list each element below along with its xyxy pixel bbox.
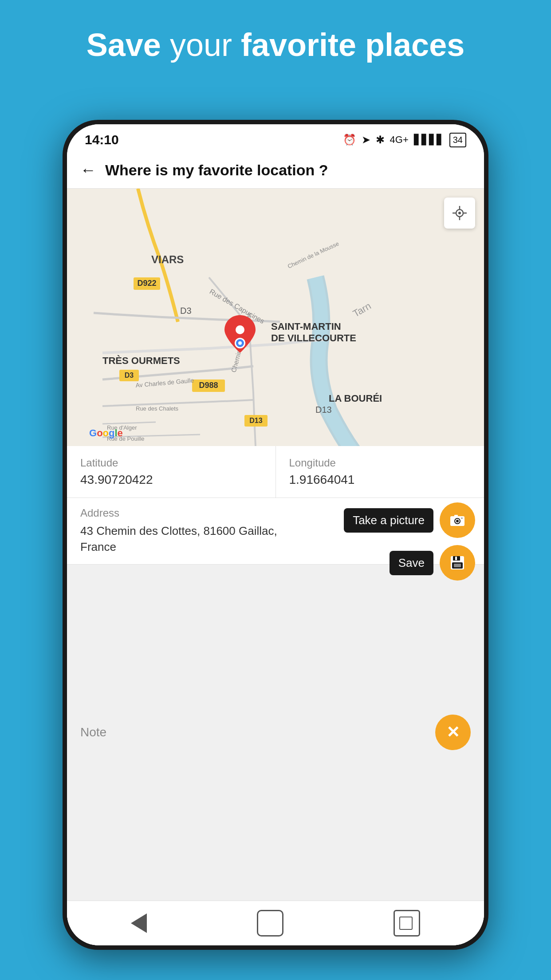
headline-bold-2: favorite places: [241, 27, 464, 63]
save-row: Save: [390, 545, 475, 581]
latitude-label: Latitude: [80, 457, 262, 469]
navigation-icon: ➤: [362, 134, 370, 146]
bluetooth-icon: ✱: [376, 134, 385, 146]
svg-text:Rue des Chalets: Rue des Chalets: [136, 405, 179, 412]
headline-your: your: [170, 27, 232, 63]
address-row: Address 43 Chemin des Clottes, 81600 Gai…: [67, 498, 484, 565]
svg-rect-0: [67, 189, 484, 446]
svg-point-28: [238, 341, 242, 345]
note-label: Note: [80, 725, 106, 739]
coords-row: Latitude 43.90720422 Longitude 1.9166404…: [67, 446, 484, 498]
svg-point-35: [458, 212, 461, 214]
nav-recents-button[interactable]: [394, 910, 420, 937]
latitude-field: Latitude 43.90720422: [67, 446, 276, 498]
phone-device: 14:10 ⏰ ➤ ✱ 4G+ ▋▋▋▋ 34 ← Where is my fa…: [63, 120, 488, 950]
alarm-icon: ⏰: [343, 134, 356, 146]
take-picture-label: Take a picture: [344, 508, 433, 533]
svg-text:Google: Google: [89, 427, 123, 439]
status-bar: 14:10 ⏰ ➤ ✱ 4G+ ▋▋▋▋ 34: [67, 124, 484, 152]
cancel-icon: ✕: [446, 723, 460, 742]
note-row: Note ✕: [67, 565, 484, 901]
app-header: ← Where is my favorite location ?: [67, 152, 484, 189]
headline-bold-1: Save: [87, 27, 161, 63]
page-headline: Save your favorite places: [0, 0, 551, 81]
nav-back-button[interactable]: [131, 913, 147, 933]
cancel-button[interactable]: ✕: [435, 715, 471, 750]
svg-text:SAINT-MARTIN: SAINT-MARTIN: [271, 321, 341, 332]
action-buttons: Take a picture: [344, 502, 475, 581]
save-button[interactable]: [440, 545, 475, 581]
svg-text:D3: D3: [125, 371, 134, 379]
save-label: Save: [390, 551, 433, 575]
battery-label: 34: [449, 133, 466, 147]
take-picture-button[interactable]: [440, 502, 475, 538]
status-time: 14:10: [85, 132, 119, 147]
svg-rect-41: [461, 518, 463, 519]
svg-point-25: [236, 325, 244, 334]
svg-text:D13: D13: [315, 405, 332, 415]
info-section: Latitude 43.90720422 Longitude 1.9166404…: [67, 446, 484, 945]
my-location-button[interactable]: [444, 198, 475, 229]
svg-rect-46: [454, 564, 461, 567]
longitude-label: Longitude: [289, 457, 471, 469]
status-icons: ⏰ ➤ ✱ 4G+ ▋▋▋▋ 34: [343, 133, 466, 147]
signal-label: 4G+: [390, 134, 409, 146]
map-container[interactable]: Tarn D922 D3 D3 D988 D13: [67, 189, 484, 446]
take-picture-row: Take a picture: [344, 502, 475, 538]
map-svg: Tarn D922 D3 D3 D988 D13: [67, 189, 484, 446]
latitude-value: 43.90720422: [80, 473, 262, 487]
svg-text:D988: D988: [199, 381, 218, 390]
nav-home-button[interactable]: [257, 910, 283, 937]
svg-text:D922: D922: [137, 279, 156, 288]
svg-rect-44: [455, 557, 457, 560]
svg-text:D3: D3: [180, 306, 192, 316]
back-button[interactable]: ←: [80, 161, 96, 179]
svg-text:VIARS: VIARS: [151, 253, 184, 265]
svg-text:DE VILLECOURTE: DE VILLECOURTE: [271, 332, 356, 344]
svg-rect-40: [454, 515, 458, 517]
svg-text:LA BOURÉI: LA BOURÉI: [329, 393, 382, 404]
longitude-value: 1.91664041: [289, 473, 471, 487]
note-input[interactable]: [106, 725, 435, 739]
svg-point-39: [456, 520, 459, 522]
svg-text:TRÈS OURMETS: TRÈS OURMETS: [102, 355, 180, 366]
longitude-field: Longitude 1.91664041: [276, 446, 484, 498]
bottom-nav: [67, 901, 484, 945]
signal-bars-icon: ▋▋▋▋: [414, 134, 444, 146]
svg-text:D13: D13: [249, 417, 262, 424]
page-title: Where is my favorite location ?: [105, 162, 328, 179]
phone-body: 14:10 ⏰ ➤ ✱ 4G+ ▋▋▋▋ 34 ← Where is my fa…: [63, 120, 488, 950]
phone-screen: 14:10 ⏰ ➤ ✱ 4G+ ▋▋▋▋ 34 ← Where is my fa…: [67, 124, 484, 945]
